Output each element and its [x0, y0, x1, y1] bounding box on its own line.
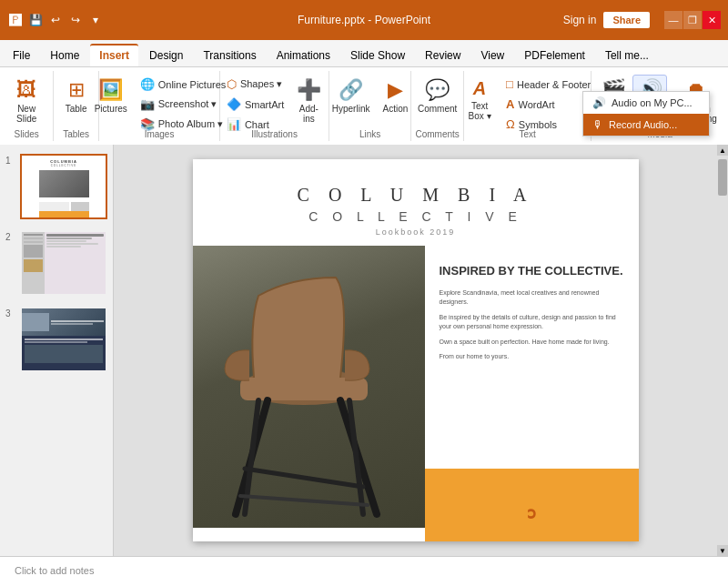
- slide-canvas: C O L U M B I A C O L L E C T I V E Look…: [193, 159, 639, 541]
- slide-columbia-title: C O L U M B I A: [298, 185, 534, 206]
- tab-home[interactable]: Home: [41, 45, 88, 66]
- slide-orange-bar: ↄ: [425, 469, 639, 541]
- new-slide-label: New Slide: [12, 104, 41, 124]
- textbox-button[interactable]: A Text Box ▾: [460, 75, 500, 125]
- tab-pdfelement[interactable]: PDFelement: [515, 45, 594, 66]
- scroll-down-button[interactable]: ▼: [717, 545, 728, 556]
- slide-lookbook-title: Lookbook 2019: [298, 227, 534, 237]
- tab-review[interactable]: Review: [416, 45, 470, 66]
- slide-thumb-2[interactable]: 2: [4, 228, 109, 298]
- smartart-label: SmartArt: [245, 99, 284, 110]
- slide-body1: Explore Scandinavia, meet local creative…: [440, 288, 624, 308]
- symbols-button[interactable]: Ω Symbols: [501, 115, 595, 134]
- comment-button[interactable]: 💬 Comment: [412, 75, 462, 117]
- slide-content: C O L U M B I A C O L L E C T I V E Look…: [193, 159, 639, 541]
- notes-placeholder: Click to add notes: [15, 565, 94, 576]
- thumb1-subtitle: COLLECTIVE: [51, 164, 77, 167]
- share-button[interactable]: Share: [603, 12, 650, 28]
- slide-thumb-3[interactable]: 3: [4, 305, 109, 374]
- slide-image-1: COLUMBIA COLLECTIVE: [20, 154, 107, 219]
- wordart-icon: A: [506, 97, 514, 111]
- undo-button[interactable]: ↩: [47, 12, 64, 28]
- audio-on-pc-label: Audio on My PC...: [612, 97, 693, 108]
- save-button[interactable]: 💾: [27, 12, 44, 28]
- svg-line-7: [240, 496, 368, 505]
- sign-in-button[interactable]: Sign in: [563, 14, 597, 26]
- notes-bar[interactable]: Click to add notes: [0, 556, 728, 576]
- screenshot-label: Screenshot ▾: [158, 98, 217, 110]
- slide-image-2: [20, 230, 107, 296]
- audio-dropdown: 🔊 Audio on My PC... 🎙 Record Audio...: [582, 91, 710, 136]
- canvas-area: C O L U M B I A C O L L E C T I V E Look…: [114, 145, 717, 556]
- header-footer-label: Header & Footer: [517, 79, 591, 90]
- addins-button[interactable]: ➕ Add-ins: [290, 75, 327, 127]
- slide-panel: 1 COLUMBIA COLLECTIVE 2: [0, 145, 114, 556]
- comment-icon: 💬: [425, 78, 450, 102]
- images-group-label: Images: [145, 129, 175, 139]
- tab-view[interactable]: View: [471, 45, 513, 66]
- slide-title-area: C O L U M B I A C O L L E C T I V E Look…: [279, 159, 552, 246]
- header-footer-icon: □: [506, 77, 513, 91]
- svg-line-6: [245, 469, 363, 487]
- slide-number-3: 3: [5, 307, 16, 318]
- new-slide-button[interactable]: 🖼 New Slide: [6, 75, 46, 127]
- header-right: Sign in Share — ❐ ✕: [563, 11, 721, 29]
- ribbon-group-text: A Text Box ▾ □ Header & Footer A WordArt…: [464, 71, 592, 141]
- chart-label: Chart: [245, 119, 269, 130]
- quick-access-toolbar: 🅿 💾 ↩ ↪ ▾: [7, 12, 104, 28]
- scroll-up-button[interactable]: ▲: [717, 145, 728, 156]
- slide-thumb-1[interactable]: 1 COLUMBIA COLLECTIVE: [4, 152, 109, 221]
- redo-button[interactable]: ↪: [67, 12, 84, 28]
- audio-pc-icon: 🔊: [592, 96, 606, 109]
- online-pictures-button[interactable]: 🌐 Online Pictures: [136, 75, 231, 94]
- ribbon-tabs: File Home Insert Design Transitions Anim…: [0, 40, 728, 67]
- tab-design[interactable]: Design: [140, 45, 192, 66]
- table-label: Table: [66, 104, 87, 114]
- restore-button[interactable]: ❐: [683, 11, 702, 29]
- chair-svg: [199, 250, 418, 523]
- images-column: 🌐 Online Pictures 📷 Screenshot ▾ 📚 Photo…: [136, 75, 231, 134]
- slide-body4: From our home to yours.: [440, 352, 624, 362]
- vertical-scrollbar[interactable]: ▲ ▼: [717, 145, 728, 556]
- tab-file[interactable]: File: [4, 45, 39, 66]
- shapes-button[interactable]: ⬡ Shapes ▾: [222, 75, 288, 94]
- tab-transitions[interactable]: Transitions: [194, 45, 265, 66]
- smartart-button[interactable]: 🔷 SmartArt: [222, 95, 288, 114]
- slide-collective-title: C O L L E C T I V E: [298, 209, 534, 224]
- tab-insert[interactable]: Insert: [90, 44, 138, 66]
- audio-on-pc-option[interactable]: 🔊 Audio on My PC...: [583, 92, 709, 114]
- wordart-button[interactable]: A WordArt: [501, 95, 595, 114]
- addins-label: Add-ins: [296, 104, 321, 124]
- illustrations-col1: ⬡ Shapes ▾ 🔷 SmartArt 📊 Chart: [222, 75, 288, 134]
- header-footer-button[interactable]: □ Header & Footer: [501, 75, 595, 94]
- comment-label: Comment: [418, 104, 457, 114]
- close-button[interactable]: ✕: [703, 11, 721, 29]
- chart-icon: 📊: [227, 117, 241, 131]
- action-label: Action: [383, 104, 409, 114]
- hyperlink-label: Hyperlink: [332, 104, 370, 114]
- text-group-label: Text: [520, 129, 536, 139]
- ribbon-group-slides: 🖼 New Slide Slides: [0, 71, 54, 141]
- slide-logo: ↄ: [527, 503, 536, 523]
- screenshot-button[interactable]: 📷 Screenshot ▾: [136, 95, 231, 114]
- slide-body3: Own a space built on perfection. Have ho…: [440, 338, 624, 348]
- comments-group-label: Comments: [415, 129, 459, 139]
- svg-rect-1: [240, 378, 368, 400]
- minimize-button[interactable]: —: [664, 11, 682, 29]
- action-button[interactable]: ▶ Action: [377, 75, 413, 117]
- window-title: Furniture.pptx - PowerPoint: [298, 14, 430, 26]
- tab-tellme[interactable]: Tell me...: [596, 45, 658, 66]
- record-audio-option[interactable]: 🎙 Record Audio...: [583, 114, 709, 136]
- slide-body2: Be inspired by the details of culture, d…: [440, 313, 624, 332]
- textbox-icon: A: [473, 78, 486, 99]
- hyperlink-button[interactable]: 🔗 Hyperlink: [327, 75, 376, 117]
- tab-slideshow[interactable]: Slide Show: [341, 45, 414, 66]
- scroll-thumb[interactable]: [718, 159, 727, 196]
- ribbon-group-illustrations: ⬡ Shapes ▾ 🔷 SmartArt 📊 Chart ➕ Add-ins …: [220, 71, 329, 141]
- pictures-icon: 🖼️: [98, 78, 123, 102]
- ribbon-group-comments: 💬 Comment Comments: [411, 71, 464, 141]
- ribbon-group-links: 🔗 Hyperlink ▶ Action Links: [329, 71, 411, 141]
- tab-animations[interactable]: Animations: [268, 45, 339, 66]
- customize-qat-button[interactable]: ▾: [87, 12, 104, 28]
- pictures-button[interactable]: 🖼️ Pictures: [88, 75, 134, 117]
